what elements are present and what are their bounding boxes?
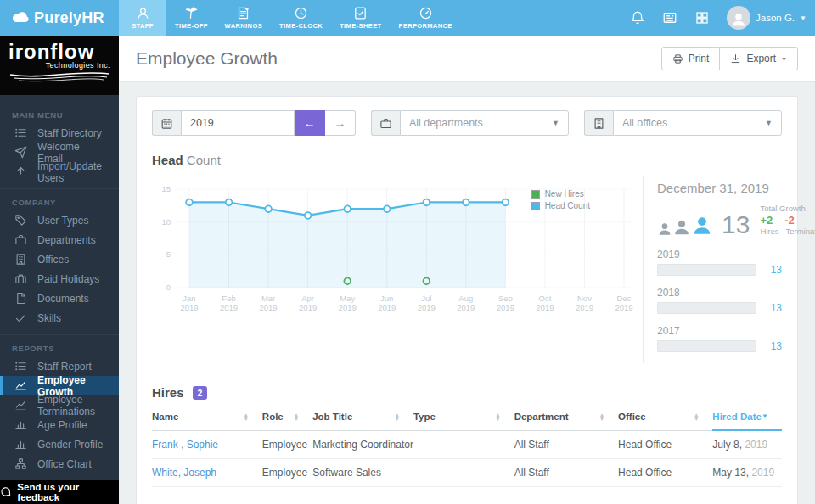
cell-office: Head Office <box>618 459 712 487</box>
paper-plane-icon <box>14 146 27 159</box>
paper-plane-icon <box>14 146 27 159</box>
svg-text:Dec: Dec <box>617 294 632 303</box>
sidebar-section-reports: REPORTSStaff ReportEmployee GrowthEmploy… <box>0 335 119 481</box>
line-chart-icon <box>14 379 27 392</box>
nav-tab-time-clock[interactable]: TIME-CLOCK <box>271 0 331 36</box>
sitemap-icon <box>14 457 27 470</box>
bar-chart-icon <box>14 418 27 431</box>
export-button[interactable]: Export ▼ <box>720 47 798 70</box>
office-select-value: All offices <box>622 117 667 129</box>
cell-hired-date: July 8, 2019 <box>712 430 782 459</box>
logo-swoosh <box>8 70 110 83</box>
sidebar-section-main-menu: MAIN MENUStaff DirectoryWelcome EmailImp… <box>0 102 119 189</box>
sidebar-item-label: Gender Profile <box>37 439 103 451</box>
nav-tab-staff[interactable]: STAFF <box>119 0 166 36</box>
page-content: ← → All departments ▼ All offices <box>119 82 815 504</box>
brand[interactable]: PurelyHR <box>0 0 119 36</box>
column-header-hired-date[interactable]: Hired Date▼ <box>712 403 782 430</box>
sidebar-section-title: MAIN MENU <box>0 105 119 123</box>
next-year-button[interactable]: → <box>325 110 356 136</box>
avatar <box>727 6 750 30</box>
sidebar-item-skills[interactable]: Skills <box>0 308 119 328</box>
check-icon <box>14 311 27 324</box>
nav-tab-warnings[interactable]: WARNINGS <box>216 0 271 36</box>
previous-year-button[interactable]: ← <box>295 110 325 136</box>
newsfeed-icon[interactable] <box>662 10 677 25</box>
year-input[interactable] <box>181 110 295 136</box>
headcount-summary: 13 Total Growth +2 -2 Hires Terminations <box>657 204 782 237</box>
sidebar-item-documents[interactable]: Documents <box>0 288 119 308</box>
sidebar-item-label: Documents <box>37 293 89 305</box>
feedback-button[interactable]: Send us your feedback <box>0 480 119 504</box>
column-header-office[interactable]: Office▲▼ <box>618 403 712 430</box>
nav-tab-label: TIME-OFF <box>175 22 208 30</box>
feedback-label: Send us your feedback <box>17 482 119 502</box>
sidebar-item-label: Import/Update Users <box>37 160 107 184</box>
column-header-department[interactable]: Department▲▼ <box>514 403 618 430</box>
clock-icon <box>294 6 308 20</box>
sidebar-item-label: Employee Terminations <box>37 394 107 417</box>
legend-swatch <box>531 202 540 210</box>
total-growth-label: Total Growth <box>760 204 815 214</box>
cell-name[interactable]: White, Joseph <box>152 459 262 487</box>
sidebar-item-import-update-users[interactable]: Import/Update Users <box>0 162 119 182</box>
column-label: Hired Date <box>712 412 762 422</box>
column-header-type[interactable]: Type▲▼ <box>413 403 514 430</box>
legend-item-new-hires: New Hires <box>531 189 590 199</box>
gauge-icon <box>419 6 433 20</box>
column-label: Type <box>413 412 436 422</box>
apps-grid-icon[interactable] <box>694 10 710 25</box>
year-headcount-2017: 201713 <box>657 325 782 352</box>
column-header-role[interactable]: Role▲▼ <box>262 403 312 430</box>
column-label: Job Title <box>312 412 352 422</box>
terminations-delta: -2 <box>784 216 795 226</box>
chat-bubble-icon <box>0 486 11 498</box>
person-icon <box>672 218 691 237</box>
bar-chart-icon <box>14 418 27 431</box>
sidebar-item-departments[interactable]: Departments <box>0 230 119 249</box>
year-label: 2019 <box>657 249 782 260</box>
office-select[interactable]: All offices ▼ <box>613 110 782 136</box>
user-menu[interactable]: Jason G. ▼ <box>727 6 807 30</box>
column-header-job-title[interactable]: Job Title▲▼ <box>312 403 413 430</box>
svg-text:2019: 2019 <box>378 303 396 312</box>
briefcase-icon <box>371 110 400 136</box>
department-select[interactable]: All departments ▼ <box>400 110 569 136</box>
print-button[interactable]: Print <box>661 47 721 70</box>
document-icon <box>14 292 27 305</box>
company-logo-text: ironflow <box>8 42 110 61</box>
building-icon <box>14 253 27 266</box>
sidebar-item-label: Offices <box>37 254 69 266</box>
nav-tab-label: TIME-SHEET <box>340 22 381 30</box>
sidebar-item-offices[interactable]: Offices <box>0 249 119 269</box>
header-actions: Print Export ▼ <box>661 47 798 70</box>
sidebar-item-gender-profile[interactable]: Gender Profile <box>0 434 119 454</box>
year-label: 2018 <box>657 287 782 299</box>
checklist-icon <box>353 6 368 20</box>
calendar-icon <box>152 110 181 136</box>
nav-tab-performance[interactable]: PERFORMANCE <box>391 0 461 36</box>
column-label: Role <box>262 412 284 422</box>
sidebar-item-age-profile[interactable]: Age Profile <box>0 415 119 434</box>
building-icon <box>14 253 27 266</box>
svg-text:Apr: Apr <box>301 294 314 303</box>
sidebar-item-employee-terminations[interactable]: Employee Terminations <box>0 395 119 415</box>
bell-icon[interactable] <box>630 10 645 25</box>
nav-tab-time-off[interactable]: TIME-OFF <box>166 0 216 36</box>
sidebar-item-paid-holidays[interactable]: Paid Holidays <box>0 269 119 288</box>
nav-tab-time-sheet[interactable]: TIME-SHEET <box>331 0 390 36</box>
hires-section-title: Hires 2 <box>152 385 782 400</box>
nav-tab-label: WARNINGS <box>225 22 262 30</box>
cell-type: – <box>413 430 514 459</box>
sidebar-item-user-types[interactable]: User Types <box>0 210 119 230</box>
sidebar-item-label: Skills <box>37 312 61 324</box>
hires-count-badge: 2 <box>193 386 208 400</box>
staff-icon <box>136 6 150 20</box>
column-header-name[interactable]: Name▲▼ <box>152 403 262 430</box>
sidebar-item-office-chart[interactable]: Office Chart <box>0 454 119 473</box>
legend-swatch <box>531 190 540 199</box>
chart-row: 051015Jan2019Feb2019Mar2019Apr2019May201… <box>152 176 782 363</box>
line-chart-icon <box>14 379 27 392</box>
cell-name[interactable]: Frank , Sophie <box>152 430 262 459</box>
year-bar <box>657 302 756 314</box>
